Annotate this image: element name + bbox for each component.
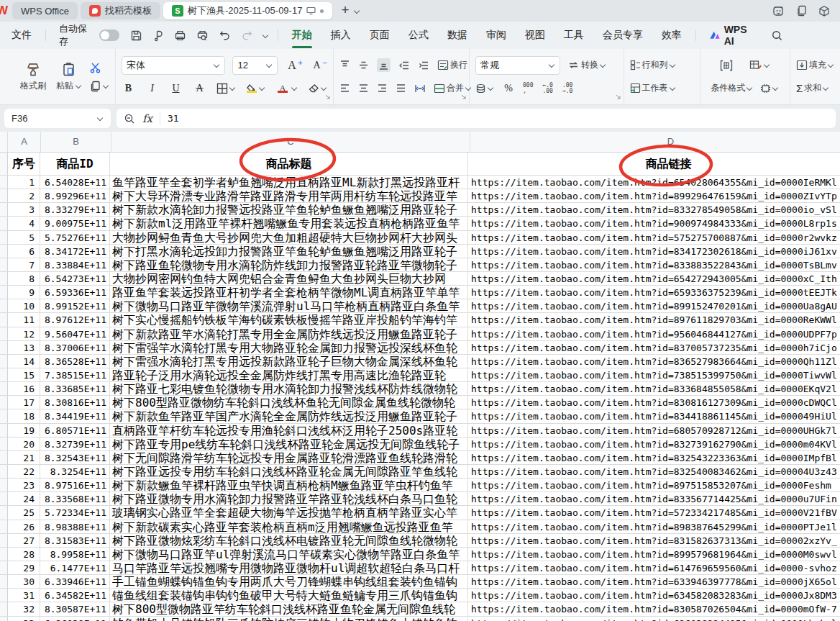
cell-title[interactable]: 树下打黑水滴轮远投卸力报警路亚竿鱼轮鲈鱼鳜鱼翘嘴泛用路亚轮子 [110,245,468,258]
menu-tab-review[interactable]: 审阅 [477,29,516,42]
cell-product-id[interactable]: 8.32543E+11 [40,451,110,464]
cell-link[interactable]: https://item.taobao.com/item.htm?id=8995… [468,548,840,561]
cell-index[interactable]: 15 [8,368,40,381]
cell-product-id[interactable]: 8.33884E+11 [40,258,110,271]
rows-cols-chevron-icon[interactable] [670,62,676,68]
cell-link[interactable]: https://item.taobao.com/item.htm?id=7385… [468,368,840,381]
cell-product-id[interactable]: 8.97516E+11 [40,479,110,491]
eraser-button[interactable] [308,83,327,94]
align-bottom-button[interactable] [377,58,391,72]
worksheet-button[interactable]: 工作表 [630,82,676,94]
cell-product-id[interactable]: 6.34582E+11 [40,589,110,602]
cube-icon[interactable] [818,5,830,17]
convert-button[interactable]: 转换 [567,59,606,71]
cell-link[interactable]: https://item.taobao.com/item.htm?id=6542… [468,272,840,285]
cell-title[interactable]: 树下新款碳素实心路亚竿套装枪柄直柄m泛用翘嘴鳜鱼远投路亚鱼竿 [110,520,468,533]
number-dialog-launcher[interactable] [616,90,621,103]
name-box-chevron-icon[interactable] [97,115,104,122]
cell-title[interactable]: 手工锚鱼蝴蝶钩锚鱼钩专用两爪大号刀锋蝴蝶串钩线组套装钓鱼锚钩 [110,575,468,588]
cell-title[interactable]: 树下路亚专用pe线纺车轮斜口浅线杯路亚轮金属远投无间隙鱼线轮子 [110,438,468,450]
cell-title[interactable]: 树下800型微物路亚竿纺车轮斜口浅线杯路亚鱼轮金属无间隙鱼线轮 [110,602,468,615]
align-center-button[interactable] [358,83,369,93]
number-format-select[interactable]: 常规 [475,56,560,75]
cell-title[interactable]: 树下大导环滑漂专业路滑竿路亚路滑专用竿两用杆纺车轮远投路亚竿 [110,189,468,202]
header-cell-title[interactable]: 商品标题 [110,153,468,175]
cell-link[interactable]: https://item.taobao.com/item.htm?id=8315… [468,534,840,547]
menu-tab-view[interactable]: 视图 [516,29,554,42]
increase-indent-button[interactable] [418,60,429,71]
print-button[interactable] [169,30,191,42]
cell-index[interactable]: 32 [8,602,40,615]
cell-title[interactable]: 树下新款鱼竿路亚竿国产水滴轮全金属防炸线远投泛用鳜鱼路亚轮子 [110,409,468,422]
cell-index[interactable]: 6 [8,245,40,258]
cell-index[interactable]: 22 [8,465,40,478]
cell-title[interactable]: 树下路亚远投专用纺车轮斜口浅线杯路亚轮金属无间隙路亚竿鱼线轮 [110,465,468,478]
cell-link[interactable]: https://item.taobao.com/item.htm?id=8305… [468,602,840,615]
cell-title[interactable]: 钓鱼带铅大号锚钩铅队三爪钩防挂底三锚钩大物刀锋锚鱼大锚钓鱼钩 [110,617,468,621]
percent-button[interactable]: % [503,83,513,94]
cell-link[interactable]: https://item.taobao.com/item.htm?id=8992… [468,189,840,202]
cell-title[interactable]: 大物抄网密网钓鱼特大网兜铝合金青鱼鲟鱼大鱼抄网头巨物大抄网 [110,272,468,285]
magnifier-minus-icon[interactable] [124,113,135,124]
bold-button[interactable]: B [122,83,135,94]
undo-button[interactable] [214,30,236,41]
format-painter-button[interactable]: 格式刷 [17,60,49,94]
cell-index[interactable]: 28 [8,548,40,561]
ai-assistant-icon[interactable] [772,5,785,17]
cell-title[interactable]: 大物抄网鲟鱼青鱼大号抄网兜大鱼加粗超硬特大巨物抄网杆大抄网头 [110,231,468,244]
align-right-button[interactable] [377,83,388,93]
cell-index[interactable]: 7 [8,258,40,271]
cell-title[interactable]: 树下微物马口路亚竿ul弹射溪流马口竿碳素实心微物竿路亚白条鱼竿 [110,548,468,561]
cell-product-id[interactable]: 6.33946E+11 [40,575,110,588]
autosave-toggle[interactable] [99,30,119,41]
convert-chevron-icon[interactable] [600,62,606,68]
tab-wps-office[interactable]: WPS Office [12,2,78,19]
cell-product-id[interactable]: 8.99296E+11 [40,189,110,202]
cell-index[interactable]: 3 [8,203,40,216]
formula-input[interactable]: fx 31 [117,109,836,128]
cell-link[interactable]: https://item.taobao.com/item.htm?id=5723… [468,506,840,519]
cell-title[interactable]: 树下800型路亚微物纺车轮斜口浅线杯鱼轮无间隙金属鱼线轮微物轮 [110,396,468,409]
cell-product-id[interactable]: 6.26039E+11 [40,617,110,621]
fill-chevron-icon[interactable] [828,62,834,68]
cell-index[interactable]: 19 [8,424,40,437]
sum-button[interactable]: Σ求和 [796,82,829,94]
cell-index[interactable]: 10 [8,299,40,312]
cell-product-id[interactable]: 8.34172E+11 [40,245,110,258]
save-button[interactable] [125,30,147,42]
header-cell-product-id[interactable]: 商品ID [40,153,110,175]
cell-product-id[interactable]: 6.80571E+11 [40,424,110,437]
cell-product-id[interactable]: 8.33685E+11 [40,382,110,395]
col-header-a[interactable]: A [8,132,41,152]
cell-title[interactable]: 树下雷强水滴轮打黑专用远投新款路亚轮子巨物大物金属深线杯鱼轮 [110,355,468,368]
col-header-d[interactable]: D [470,132,840,152]
align-middle-button[interactable] [358,60,369,71]
cell-link[interactable]: https://item.taobao.com/item.htm?id=8991… [468,299,840,312]
decrease-font-button[interactable]: A− [310,60,327,71]
cell-title[interactable]: 树下无间隙路滑竿纺车轮远投专用金属路亚轮滑漂路亚鱼线轮路滑轮 [110,451,468,464]
tab-docer-templates[interactable]: 找稻壳模板 [81,2,160,19]
rows-columns-button[interactable]: 行和列 [630,59,676,71]
cell-title[interactable]: 树下微物马口路亚竿微物竿溪流弹射ul马口竿枪柄直柄路亚白条鱼竿 [110,299,468,312]
cell-index[interactable]: 8 [8,272,40,285]
decrease-decimal-button[interactable]: .00→.0 [562,83,572,94]
fx-icon[interactable]: fx [142,112,152,125]
distribute-button[interactable] [414,83,426,94]
cell-link[interactable]: https://item.taobao.com/item.htm?id=6805… [468,424,840,437]
header-cell-index[interactable]: 序号 [8,153,40,175]
cell-index[interactable]: 4 [8,217,40,230]
cell-link[interactable]: https://item.taobao.com/item.htm?id=5752… [468,231,840,244]
cell-product-id[interactable]: 5.75276E+11 [40,231,110,244]
cell-link[interactable]: https://item.taobao.com/item.htm?id=8338… [468,258,840,271]
menu-tab-efficiency[interactable]: 效率 [652,29,691,42]
cell-style-chevron-icon[interactable] [772,85,779,91]
cell-link[interactable]: https://item.taobao.com/item.htm?id=9560… [468,327,840,340]
cell-link[interactable]: https://item.taobao.com/item.htm?id=8344… [468,409,840,422]
cell-index[interactable]: 25 [8,506,40,519]
cell-title[interactable]: 树下路亚七彩电镀鱼轮微物专用水滴轮卸力报警浅线杯防炸线微物轮 [110,382,468,395]
conditional-format-button[interactable]: 条件格式 [711,82,753,94]
cell-link[interactable]: https://item.taobao.com/item.htm?id=8365… [468,355,840,368]
cell-link[interactable]: https://item.taobao.com/item.htm?id=8336… [468,382,840,395]
alignment-dialog-launcher[interactable] [461,90,467,103]
cell-title[interactable]: 直柄路亚竿杆纺车轮远投专用渔轮斜口浅线杯泛用轮子2500s路亚轮 [110,424,468,437]
